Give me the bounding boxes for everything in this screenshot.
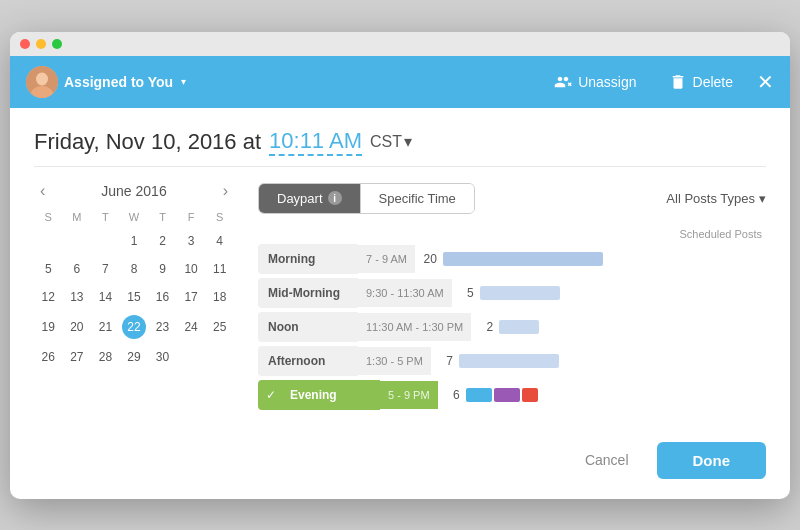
done-button[interactable]: Done bbox=[657, 442, 767, 479]
slot-row-noon[interactable]: Noon11:30 AM - 1:30 PM2 bbox=[258, 312, 766, 342]
cancel-button[interactable]: Cancel bbox=[569, 444, 645, 476]
footer: Cancel Done bbox=[10, 430, 790, 499]
slot-bar bbox=[494, 388, 520, 402]
slot-label: Evening bbox=[280, 380, 380, 410]
calendar-day[interactable]: 10 bbox=[177, 255, 206, 283]
slot-bar bbox=[499, 320, 539, 334]
calendar-day bbox=[91, 227, 120, 255]
calendar-day[interactable]: 12 bbox=[34, 283, 63, 311]
unassign-icon bbox=[554, 73, 572, 91]
slot-count: 6 bbox=[438, 388, 466, 402]
calendar-weekday: S bbox=[205, 207, 234, 227]
delete-label: Delete bbox=[693, 74, 733, 90]
slot-count: 2 bbox=[471, 320, 499, 334]
calendar-day[interactable]: 16 bbox=[148, 283, 177, 311]
calendar-day[interactable]: 4 bbox=[205, 227, 234, 255]
slot-row-afternoon[interactable]: Afternoon1:30 - 5 PM7 bbox=[258, 346, 766, 376]
slot-bar-container bbox=[466, 384, 766, 406]
calendar-day[interactable]: 22 bbox=[120, 311, 149, 343]
slot-row-mid-morning[interactable]: Mid-Morning9:30 - 11:30 AM5 bbox=[258, 278, 766, 308]
unassign-button[interactable]: Unassign bbox=[538, 67, 652, 97]
assigned-label: Assigned to You bbox=[64, 74, 173, 90]
delete-button[interactable]: Delete bbox=[653, 67, 749, 97]
slot-time: 7 - 9 AM bbox=[358, 245, 415, 273]
calendar-day[interactable]: 8 bbox=[120, 255, 149, 283]
info-icon: i bbox=[328, 191, 342, 205]
calendar-month-label: June 2016 bbox=[101, 183, 166, 199]
calendar-day[interactable]: 14 bbox=[91, 283, 120, 311]
tabs-row: Daypart i Specific Time All Posts Types … bbox=[258, 183, 766, 214]
svg-point-1 bbox=[36, 72, 48, 85]
assigned-to-button[interactable]: Assigned to You ▾ bbox=[26, 66, 186, 98]
calendar-day[interactable]: 25 bbox=[205, 311, 234, 343]
all-posts-types-button[interactable]: All Posts Types ▾ bbox=[666, 191, 766, 206]
calendar-day[interactable]: 30 bbox=[148, 343, 177, 371]
calendar-prev-button[interactable]: ‹ bbox=[34, 180, 51, 202]
tab-specific-time[interactable]: Specific Time bbox=[360, 184, 474, 213]
calendar-day[interactable]: 13 bbox=[63, 283, 92, 311]
calendar-day[interactable]: 17 bbox=[177, 283, 206, 311]
calendar-day[interactable]: 15 bbox=[120, 283, 149, 311]
calendar-day[interactable]: 20 bbox=[63, 311, 92, 343]
calendar-header: ‹ June 2016 › bbox=[34, 183, 234, 199]
header-bar: Assigned to You ▾ Unassign Delete ✕ bbox=[10, 56, 790, 108]
dot-green[interactable] bbox=[52, 39, 62, 49]
title-bar bbox=[10, 32, 790, 56]
calendar-day[interactable]: 28 bbox=[91, 343, 120, 371]
calendar-day[interactable]: 6 bbox=[63, 255, 92, 283]
calendar-day bbox=[177, 343, 206, 371]
slot-row-morning[interactable]: Morning7 - 9 AM20 bbox=[258, 244, 766, 274]
slot-count: 20 bbox=[415, 252, 443, 266]
calendar-day[interactable]: 9 bbox=[148, 255, 177, 283]
calendar-day[interactable]: 24 bbox=[177, 311, 206, 343]
slots-container: Morning7 - 9 AM20Mid-Morning9:30 - 11:30… bbox=[258, 244, 766, 410]
dialog-window: Assigned to You ▾ Unassign Delete ✕ Frid… bbox=[10, 32, 790, 499]
calendar-day[interactable]: 5 bbox=[34, 255, 63, 283]
calendar-day[interactable]: 26 bbox=[34, 343, 63, 371]
scheduled-header: Scheduled Posts bbox=[258, 228, 766, 240]
calendar-grid: SMTWTFS 12345678910111213141516171819202… bbox=[34, 207, 234, 371]
calendar-day[interactable]: 7 bbox=[91, 255, 120, 283]
slot-bar-container bbox=[499, 316, 766, 338]
slot-time: 5 - 9 PM bbox=[380, 381, 438, 409]
slot-time: 9:30 - 11:30 AM bbox=[358, 279, 452, 307]
scheduled-posts-label: Scheduled Posts bbox=[626, 228, 766, 240]
slot-bar bbox=[480, 286, 560, 300]
dot-yellow[interactable] bbox=[36, 39, 46, 49]
tab-daypart[interactable]: Daypart i bbox=[259, 184, 360, 213]
dot-red[interactable] bbox=[20, 39, 30, 49]
unassign-label: Unassign bbox=[578, 74, 636, 90]
slot-row-evening[interactable]: ✓ Evening5 - 9 PM6 bbox=[258, 380, 766, 410]
right-panel: Daypart i Specific Time All Posts Types … bbox=[258, 183, 766, 414]
calendar-day[interactable]: 2 bbox=[148, 227, 177, 255]
calendar-next-button[interactable]: › bbox=[217, 180, 234, 202]
time-picker[interactable]: 10:11 AM bbox=[269, 128, 362, 156]
calendar-day[interactable]: 23 bbox=[148, 311, 177, 343]
slot-time: 11:30 AM - 1:30 PM bbox=[358, 313, 471, 341]
calendar-day[interactable]: 18 bbox=[205, 283, 234, 311]
slot-bar-container bbox=[459, 350, 766, 372]
close-button[interactable]: ✕ bbox=[757, 72, 774, 92]
delete-icon bbox=[669, 73, 687, 91]
calendar-day[interactable]: 29 bbox=[120, 343, 149, 371]
calendar-day[interactable]: 21 bbox=[91, 311, 120, 343]
calendar-day[interactable]: 27 bbox=[63, 343, 92, 371]
timezone-selector[interactable]: CST ▾ bbox=[370, 132, 412, 151]
calendar-day[interactable]: 19 bbox=[34, 311, 63, 343]
calendar-day[interactable]: 1 bbox=[120, 227, 149, 255]
calendar: ‹ June 2016 › SMTWTFS 123456789101112131… bbox=[34, 183, 234, 414]
date-text: Friday, Nov 10, 2016 at bbox=[34, 129, 261, 155]
slot-label: Noon bbox=[258, 312, 358, 342]
slot-time: 1:30 - 5 PM bbox=[358, 347, 431, 375]
assigned-chevron-icon: ▾ bbox=[181, 76, 186, 87]
calendar-weekday: S bbox=[34, 207, 63, 227]
slot-check-icon: ✓ bbox=[258, 380, 280, 410]
slot-bar bbox=[459, 354, 559, 368]
slot-bar-container bbox=[443, 248, 766, 270]
slot-bar bbox=[443, 252, 603, 266]
tab-group: Daypart i Specific Time bbox=[258, 183, 475, 214]
calendar-day[interactable]: 11 bbox=[205, 255, 234, 283]
slot-bar bbox=[522, 388, 538, 402]
date-row: Friday, Nov 10, 2016 at 10:11 AM CST ▾ bbox=[10, 108, 790, 166]
calendar-day[interactable]: 3 bbox=[177, 227, 206, 255]
